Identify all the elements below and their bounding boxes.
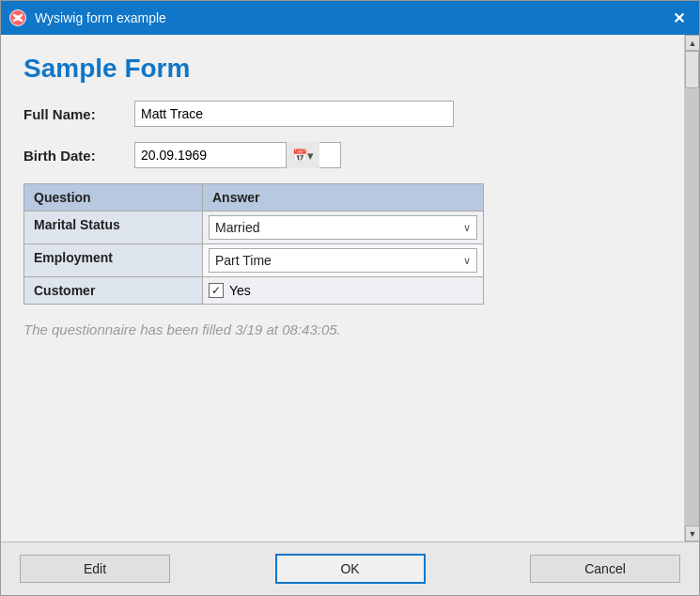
scrollbar-thumb[interactable] — [685, 51, 699, 88]
table-row: Marital Status Married ∨ — [24, 211, 483, 243]
table-row: Employment Part Time ∨ — [24, 243, 483, 276]
full-name-label: Full Name: — [23, 106, 127, 122]
birth-date-input[interactable] — [135, 144, 286, 166]
employment-value: Part Time — [215, 253, 272, 268]
scrollbar-track — [685, 51, 699, 525]
table-header: Question Answer — [24, 184, 483, 211]
calendar-button[interactable]: 📅▾ — [286, 142, 319, 168]
scroll-up-button[interactable]: ▲ — [685, 35, 699, 51]
table-row: Customer ✓ Yes — [24, 276, 483, 304]
question-employment: Employment — [24, 244, 203, 276]
calendar-icon: 📅▾ — [292, 149, 314, 163]
marital-status-value: Married — [215, 220, 259, 235]
svg-point-2 — [15, 15, 21, 21]
app-icon — [8, 8, 27, 27]
content-area: Sample Form Full Name: Birth Date: 📅▾ — [1, 35, 699, 541]
main-content: Sample Form Full Name: Birth Date: 📅▾ — [1, 35, 684, 541]
birth-date-label: Birth Date: — [23, 148, 127, 164]
col-question-header: Question — [24, 184, 203, 211]
form-title: Sample Form — [23, 54, 661, 84]
close-button[interactable]: ✕ — [665, 5, 692, 31]
chevron-down-icon: ∨ — [463, 222, 471, 234]
chevron-down-icon: ∨ — [463, 255, 471, 267]
status-text: The questionnaire has been filled 3/19 a… — [23, 322, 661, 337]
question-marital-status: Marital Status — [24, 212, 203, 243]
col-answer-header: Answer — [203, 184, 483, 211]
ok-button[interactable]: OK — [275, 554, 426, 584]
question-customer: Customer — [24, 277, 203, 304]
footer: Edit OK Cancel — [1, 541, 699, 595]
marital-status-select[interactable]: Married ∨ — [209, 215, 477, 240]
date-input-wrapper: 📅▾ — [134, 142, 341, 168]
title-bar: Wysiwig form example ✕ — [1, 1, 699, 35]
customer-checkbox[interactable]: ✓ — [209, 283, 224, 298]
answer-marital-status: Married ∨ — [203, 212, 483, 243]
window-title: Wysiwig form example — [35, 10, 665, 25]
full-name-row: Full Name: — [23, 101, 661, 127]
questionnaire-table: Question Answer Marital Status Married ∨ — [23, 183, 484, 305]
edit-button[interactable]: Edit — [20, 555, 170, 583]
customer-checkbox-label: Yes — [229, 283, 251, 298]
full-name-input[interactable] — [134, 101, 454, 127]
customer-checkbox-cell: ✓ Yes — [209, 283, 251, 298]
answer-employment: Part Time ∨ — [203, 244, 483, 276]
scroll-down-button[interactable]: ▼ — [685, 525, 699, 541]
answer-customer: ✓ Yes — [203, 277, 483, 304]
birth-date-row: Birth Date: 📅▾ — [23, 142, 661, 168]
employment-select[interactable]: Part Time ∨ — [209, 248, 477, 273]
scrollbar: ▲ ▼ — [684, 35, 699, 541]
cancel-button[interactable]: Cancel — [530, 555, 680, 583]
window: Wysiwig form example ✕ Sample Form Full … — [0, 0, 700, 596]
